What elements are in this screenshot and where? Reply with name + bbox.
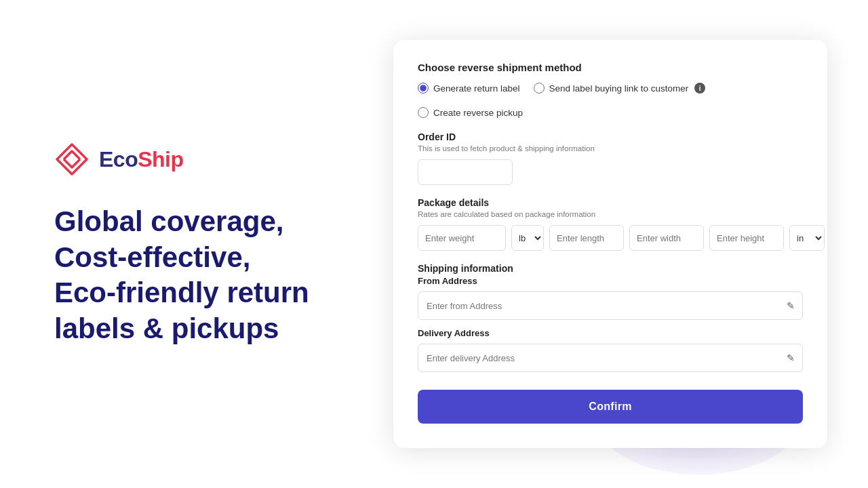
length-input[interactable]: [549, 225, 624, 251]
radio-option-create-reverse-pickup[interactable]: Create reverse pickup: [418, 107, 523, 118]
logo-text: EcoShip: [99, 147, 184, 172]
confirm-button[interactable]: Confirm: [418, 390, 803, 424]
shipment-method-title: Choose reverse shipment method: [418, 62, 803, 73]
order-id-sublabel: This is used to fetch product & shipping…: [418, 144, 803, 152]
radio-label-create-reverse-pickup: Create reverse pickup: [433, 108, 523, 118]
card: Choose reverse shipment method Generate …: [393, 40, 827, 448]
package-details-label: Package details: [418, 197, 803, 208]
shipping-info-section: Shipping information From Address ✎ Deli…: [418, 263, 803, 372]
from-address-wrapper: ✎: [418, 291, 803, 320]
from-address-input[interactable]: [418, 291, 803, 320]
delivery-address-edit-icon[interactable]: ✎: [787, 352, 795, 363]
logo-eco: Eco: [99, 147, 138, 171]
ecoship-logo-icon: [54, 142, 90, 177]
dim-unit-select[interactable]: in cm: [789, 225, 825, 251]
weight-input[interactable]: [418, 225, 506, 251]
info-icon[interactable]: i: [694, 83, 705, 94]
order-id-input[interactable]: [418, 159, 513, 185]
weight-unit-select[interactable]: lb kg: [511, 225, 544, 251]
radio-option-generate-return-label[interactable]: Generate return label: [418, 83, 520, 94]
shipping-info-label: Shipping information: [418, 263, 803, 274]
svg-marker-0: [57, 144, 87, 174]
order-id-label: Order ID: [418, 131, 803, 142]
delivery-address-label: Delivery Address: [418, 328, 803, 338]
left-panel: EcoShip Global coverage,Cost-effective,E…: [0, 0, 380, 488]
delivery-address-wrapper: ✎: [418, 344, 803, 372]
tagline: Global coverage,Cost-effective,Eco-frien…: [54, 204, 339, 346]
radio-generate-return-label[interactable]: [418, 83, 429, 94]
radio-option-send-label-link[interactable]: Send label buying link to customer i: [534, 83, 706, 94]
height-input[interactable]: [709, 225, 784, 251]
width-input[interactable]: [629, 225, 704, 251]
radio-send-label-link[interactable]: [534, 83, 545, 94]
package-row: lb kg in cm: [418, 225, 803, 251]
order-id-section: Order ID This is used to fetch product &…: [418, 131, 803, 185]
from-address-label: From Address: [418, 276, 803, 286]
package-details-sublabel: Rates are calculated based on package in…: [418, 210, 803, 218]
shipment-method-radio-group: Generate return label Send label buying …: [418, 83, 803, 118]
radio-create-reverse-pickup[interactable]: [418, 107, 429, 118]
from-address-edit-icon[interactable]: ✎: [787, 300, 795, 311]
logo-area: EcoShip: [54, 142, 339, 177]
radio-label-send-label-link: Send label buying link to customer: [549, 83, 689, 94]
shipment-method-section: Choose reverse shipment method Generate …: [418, 62, 803, 118]
logo-ship: Ship: [138, 147, 183, 171]
package-details-section: Package details Rates are calculated bas…: [418, 197, 803, 251]
delivery-address-input[interactable]: [418, 344, 803, 372]
radio-label-generate-return-label: Generate return label: [433, 83, 520, 94]
